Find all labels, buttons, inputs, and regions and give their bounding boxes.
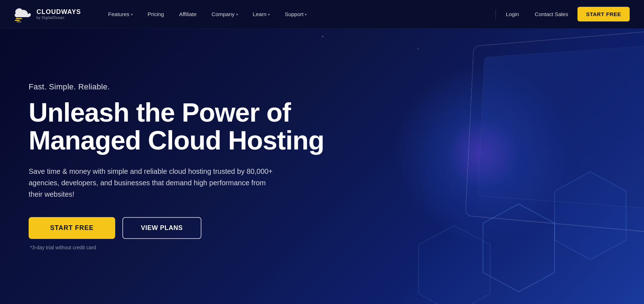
nav-features-label: Features xyxy=(108,11,129,17)
hero-section: Fast. Simple. Reliable. Unleash the Powe… xyxy=(0,29,644,304)
nav-item-company[interactable]: Company ▾ xyxy=(206,8,243,20)
nav-pricing-label: Pricing xyxy=(148,11,164,17)
hero-title-line1: Unleash the Power of xyxy=(29,98,291,127)
hero-footnote: *3-day trial without credit card xyxy=(29,245,324,250)
hex-decoration-1 xyxy=(479,202,558,293)
hero-buttons: START FREE VIEW PLANS xyxy=(29,217,324,239)
blue-glow-decoration xyxy=(394,64,572,243)
start-free-hero-button[interactable]: START FREE xyxy=(29,217,115,239)
login-link[interactable]: Login xyxy=(499,8,526,20)
nav-divider xyxy=(496,9,496,19)
view-plans-button[interactable]: VIEW PLANS xyxy=(122,217,201,239)
chevron-down-icon-learn: ▾ xyxy=(268,13,270,16)
purple-glow-decoration xyxy=(447,118,519,190)
nav-links: Features ▾ Pricing Affiliate Company ▾ L… xyxy=(102,8,492,20)
nav-support-label: Support xyxy=(285,11,304,17)
navigation: CLOUDWAYS by DigitalOcean Features ▾ Pri… xyxy=(0,0,644,29)
hero-title-line2: Managed Cloud Hosting xyxy=(29,126,324,155)
hero-content: Fast. Simple. Reliable. Unleash the Powe… xyxy=(0,82,353,250)
device-screen-decoration xyxy=(478,46,644,208)
hero-title: Unleash the Power of Managed Cloud Hosti… xyxy=(29,99,324,154)
nav-company-label: Company xyxy=(211,11,234,17)
nav-learn-label: Learn xyxy=(253,11,267,17)
nav-affiliate-label: Affiliate xyxy=(179,11,196,17)
logo-sub: by DigitalOcean xyxy=(36,16,81,20)
nav-right: Login Contact Sales START FREE xyxy=(499,7,630,21)
hex-decoration-3 xyxy=(415,224,494,304)
logo-brand: CLOUDWAYS xyxy=(36,9,81,16)
chevron-down-icon-company: ▾ xyxy=(236,13,238,16)
chevron-down-icon: ▾ xyxy=(131,13,133,16)
device-outline-decoration xyxy=(465,30,644,234)
nav-item-pricing[interactable]: Pricing xyxy=(142,8,170,20)
contact-sales-link[interactable]: Contact Sales xyxy=(528,8,575,20)
start-free-nav-button[interactable]: START FREE xyxy=(577,7,630,21)
nav-item-features[interactable]: Features ▾ xyxy=(102,8,138,20)
chevron-down-icon-support: ▾ xyxy=(305,13,307,16)
hero-tagline: Fast. Simple. Reliable. xyxy=(29,82,324,92)
hero-graphics xyxy=(343,29,644,304)
logo[interactable]: CLOUDWAYS by DigitalOcean xyxy=(14,6,81,22)
nav-item-support[interactable]: Support ▾ xyxy=(279,8,313,20)
hex-decoration-container xyxy=(379,125,630,304)
nav-item-affiliate[interactable]: Affiliate xyxy=(173,8,202,20)
hex-decoration-2 xyxy=(551,170,630,261)
hero-description: Save time & money with simple and reliab… xyxy=(29,166,279,200)
logo-icon xyxy=(14,6,33,22)
nav-item-learn[interactable]: Learn ▾ xyxy=(247,8,275,20)
